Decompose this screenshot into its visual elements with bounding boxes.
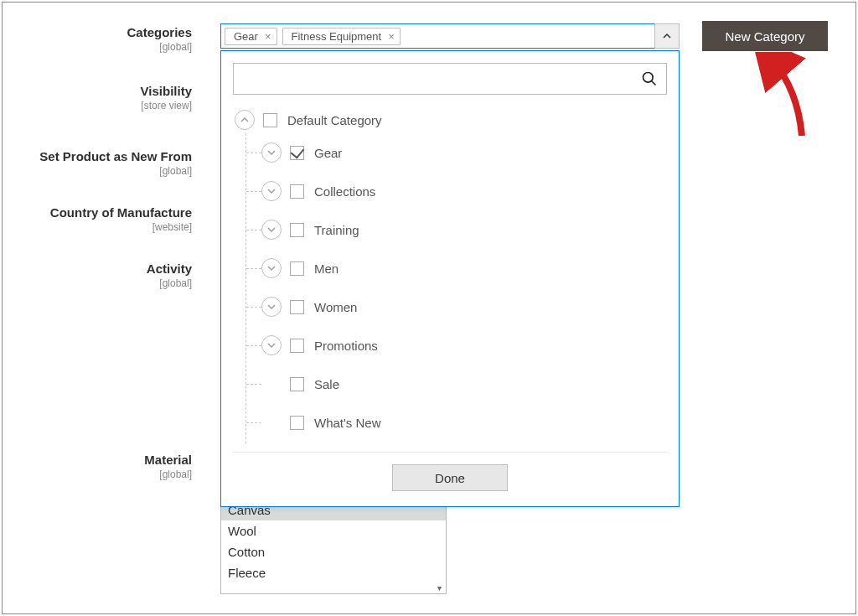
- material-option-wool[interactable]: Wool: [221, 520, 446, 541]
- checkbox-men[interactable]: [290, 261, 304, 276]
- category-tree: Default Category Gear Collections: [233, 106, 667, 443]
- checkbox-root[interactable]: [263, 113, 277, 127]
- tree-row-collections[interactable]: Collections: [261, 172, 667, 210]
- svg-line-1: [652, 81, 656, 85]
- tag-fitness-remove-icon[interactable]: ×: [388, 31, 395, 42]
- chevron-down-icon: [267, 187, 276, 195]
- label-categories-text: Categories: [127, 25, 192, 39]
- tree-toggle-promotions[interactable]: [261, 335, 282, 355]
- label-new-from-scope: [global]: [39, 165, 192, 177]
- tree-toggle-root[interactable]: [235, 110, 255, 130]
- tree-toggle-women[interactable]: [261, 297, 282, 317]
- new-category-button-label: New Category: [725, 29, 804, 44]
- material-scroll-down-icon[interactable]: ▾: [433, 576, 445, 593]
- tree-row-promotions[interactable]: Promotions: [261, 326, 667, 365]
- category-search-input[interactable]: [234, 64, 666, 94]
- chevron-down-icon: [267, 148, 276, 157]
- label-activity-text: Activity: [147, 261, 192, 276]
- tree-label-women: Women: [314, 300, 357, 314]
- tree-label-whatsnew: What's New: [314, 416, 381, 430]
- tree-row-training[interactable]: Training: [261, 210, 667, 249]
- new-category-button[interactable]: New Category: [702, 21, 828, 51]
- tree-row-root[interactable]: Default Category: [233, 106, 667, 133]
- checkbox-whatsnew[interactable]: [290, 416, 304, 430]
- label-material: Material [global]: [144, 453, 192, 480]
- label-country-scope: [website]: [50, 221, 192, 233]
- tag-fitness[interactable]: Fitness Equipment ×: [282, 28, 401, 45]
- material-option-fleece[interactable]: Fleece: [221, 562, 446, 583]
- chevron-up-icon: [240, 116, 249, 124]
- tree-toggle-training[interactable]: [261, 220, 282, 240]
- chevron-down-icon: [267, 303, 276, 311]
- label-material-scope: [global]: [144, 468, 192, 480]
- tree-label-training: Training: [314, 223, 359, 237]
- tag-gear-remove-icon[interactable]: ×: [265, 31, 271, 42]
- label-visibility-text: Visibility: [141, 84, 192, 98]
- svg-point-0: [644, 73, 654, 83]
- tree-toggle-men[interactable]: [261, 258, 282, 278]
- label-categories: Categories [global]: [127, 25, 192, 53]
- tree-toggle-gear[interactable]: [261, 142, 282, 163]
- label-new-from: Set Product as New From [global]: [39, 149, 192, 177]
- label-visibility-scope: [store view]: [141, 100, 192, 111]
- checkbox-women[interactable]: [290, 300, 304, 314]
- done-button[interactable]: Done: [392, 464, 508, 491]
- tree-label-men: Men: [314, 261, 339, 276]
- search-icon: [641, 70, 658, 87]
- checkbox-training[interactable]: [290, 223, 304, 237]
- tree-row-gear[interactable]: Gear: [261, 133, 667, 172]
- label-visibility: Visibility [store view]: [141, 84, 192, 111]
- categories-tags-field[interactable]: Gear × Fitness Equipment ×: [220, 23, 680, 49]
- label-new-from-text: Set Product as New From: [39, 149, 192, 163]
- tree-row-whatsnew[interactable]: What's New: [261, 403, 667, 442]
- tag-fitness-label: Fitness Equipment: [292, 30, 382, 43]
- tag-gear-label: Gear: [234, 30, 258, 43]
- tree-label-collections: Collections: [314, 184, 375, 199]
- tree-label-root: Default Category: [287, 113, 382, 127]
- categories-dropdown-panel: Default Category Gear Collections: [220, 50, 680, 507]
- tree-toggle-collections[interactable]: [261, 181, 282, 201]
- label-country: Country of Manufacture [website]: [50, 205, 192, 233]
- tree-label-promotions: Promotions: [314, 339, 378, 353]
- chevron-up-icon: [663, 32, 671, 40]
- tag-gear[interactable]: Gear ×: [225, 28, 277, 45]
- label-activity-scope: [global]: [147, 277, 192, 289]
- material-option-cotton[interactable]: Cotton: [221, 541, 446, 562]
- tree-label-gear: Gear: [314, 146, 342, 160]
- chevron-down-icon: [267, 341, 276, 349]
- checkbox-gear[interactable]: [290, 146, 304, 160]
- label-activity: Activity [global]: [147, 261, 192, 289]
- tree-label-sale: Sale: [314, 377, 339, 391]
- chevron-down-icon: [267, 264, 276, 272]
- label-country-text: Country of Manufacture: [50, 205, 192, 220]
- dropdown-divider: [233, 452, 667, 453]
- checkbox-collections[interactable]: [290, 184, 304, 199]
- done-button-label: Done: [435, 471, 465, 485]
- category-search-wrap: [233, 63, 667, 95]
- label-categories-scope: [global]: [127, 41, 192, 53]
- tree-children: Gear Collections Training: [246, 133, 667, 443]
- label-material-text: Material: [144, 453, 192, 467]
- chevron-down-icon: [267, 225, 276, 234]
- tree-row-sale[interactable]: Sale: [261, 365, 667, 403]
- tree-row-women[interactable]: Women: [261, 287, 667, 326]
- categories-collapse-toggle[interactable]: [654, 23, 680, 49]
- checkbox-promotions[interactable]: [290, 339, 304, 353]
- material-select[interactable]: Canvas Wool Cotton Fleece ▾: [220, 499, 447, 594]
- checkbox-sale[interactable]: [290, 377, 304, 391]
- tree-row-men[interactable]: Men: [261, 249, 667, 287]
